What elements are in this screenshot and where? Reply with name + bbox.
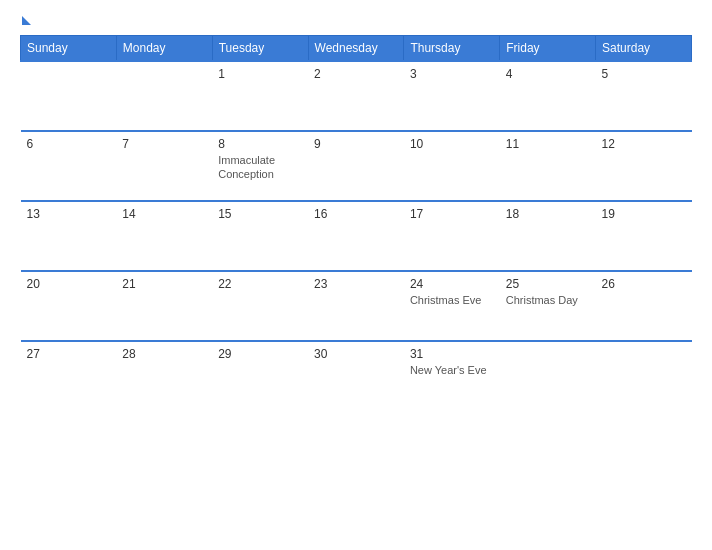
day-number: 2 <box>314 67 398 81</box>
day-number: 9 <box>314 137 398 151</box>
logo <box>20 18 31 25</box>
weekday-header: Thursday <box>404 36 500 62</box>
calendar-cell: 2 <box>308 61 404 131</box>
calendar-cell: 17 <box>404 201 500 271</box>
calendar-cell: 3 <box>404 61 500 131</box>
day-number: 27 <box>27 347 111 361</box>
calendar-cell: 11 <box>500 131 596 201</box>
day-event: New Year's Eve <box>410 363 494 377</box>
day-number: 8 <box>218 137 302 151</box>
logo-triangle-icon <box>22 16 31 25</box>
day-number: 18 <box>506 207 590 221</box>
calendar-cell: 23 <box>308 271 404 341</box>
day-number: 11 <box>506 137 590 151</box>
day-number: 6 <box>27 137 111 151</box>
calendar-cell: 19 <box>596 201 692 271</box>
day-number: 29 <box>218 347 302 361</box>
weekday-header: Tuesday <box>212 36 308 62</box>
weekday-header: Friday <box>500 36 596 62</box>
day-number: 10 <box>410 137 494 151</box>
day-number: 22 <box>218 277 302 291</box>
day-number: 28 <box>122 347 206 361</box>
calendar-week-row: 2021222324Christmas Eve25Christmas Day26 <box>21 271 692 341</box>
day-number: 20 <box>27 277 111 291</box>
day-number: 25 <box>506 277 590 291</box>
day-number: 7 <box>122 137 206 151</box>
calendar-cell: 8Immaculate Conception <box>212 131 308 201</box>
calendar-cell: 18 <box>500 201 596 271</box>
calendar-cell: 16 <box>308 201 404 271</box>
calendar-cell <box>596 341 692 411</box>
calendar-cell: 4 <box>500 61 596 131</box>
calendar-cell: 28 <box>116 341 212 411</box>
day-number: 26 <box>602 277 686 291</box>
day-number: 12 <box>602 137 686 151</box>
day-event: Christmas Eve <box>410 293 494 307</box>
day-number: 24 <box>410 277 494 291</box>
calendar-cell: 13 <box>21 201 117 271</box>
calendar-cell <box>500 341 596 411</box>
weekday-header: Saturday <box>596 36 692 62</box>
calendar-cell: 21 <box>116 271 212 341</box>
day-number: 4 <box>506 67 590 81</box>
calendar-week-row: 678Immaculate Conception9101112 <box>21 131 692 201</box>
day-number: 21 <box>122 277 206 291</box>
day-number: 13 <box>27 207 111 221</box>
calendar-cell: 6 <box>21 131 117 201</box>
calendar-cell <box>21 61 117 131</box>
day-event: Immaculate Conception <box>218 153 302 182</box>
calendar-page: SundayMondayTuesdayWednesdayThursdayFrid… <box>0 0 712 550</box>
calendar-cell: 25Christmas Day <box>500 271 596 341</box>
calendar-cell <box>116 61 212 131</box>
day-number: 17 <box>410 207 494 221</box>
calendar-cell: 14 <box>116 201 212 271</box>
weekday-header: Wednesday <box>308 36 404 62</box>
calendar-cell: 29 <box>212 341 308 411</box>
day-number: 31 <box>410 347 494 361</box>
calendar-cell: 10 <box>404 131 500 201</box>
calendar-header <box>20 18 692 25</box>
calendar-cell: 20 <box>21 271 117 341</box>
calendar-cell: 31New Year's Eve <box>404 341 500 411</box>
calendar-cell: 7 <box>116 131 212 201</box>
day-number: 19 <box>602 207 686 221</box>
day-number: 5 <box>602 67 686 81</box>
day-number: 15 <box>218 207 302 221</box>
day-number: 3 <box>410 67 494 81</box>
calendar-cell: 12 <box>596 131 692 201</box>
calendar-table: SundayMondayTuesdayWednesdayThursdayFrid… <box>20 35 692 411</box>
day-event: Christmas Day <box>506 293 590 307</box>
calendar-cell: 30 <box>308 341 404 411</box>
day-number: 23 <box>314 277 398 291</box>
calendar-cell: 26 <box>596 271 692 341</box>
calendar-cell: 5 <box>596 61 692 131</box>
calendar-cell: 27 <box>21 341 117 411</box>
calendar-cell: 22 <box>212 271 308 341</box>
day-number: 1 <box>218 67 302 81</box>
weekday-header: Sunday <box>21 36 117 62</box>
day-number: 14 <box>122 207 206 221</box>
weekday-header: Monday <box>116 36 212 62</box>
calendar-cell: 24Christmas Eve <box>404 271 500 341</box>
calendar-cell: 9 <box>308 131 404 201</box>
calendar-cell: 15 <box>212 201 308 271</box>
calendar-week-row: 13141516171819 <box>21 201 692 271</box>
day-number: 16 <box>314 207 398 221</box>
calendar-week-row: 2728293031New Year's Eve <box>21 341 692 411</box>
calendar-week-row: 12345 <box>21 61 692 131</box>
day-number: 30 <box>314 347 398 361</box>
calendar-cell: 1 <box>212 61 308 131</box>
calendar-header-row: SundayMondayTuesdayWednesdayThursdayFrid… <box>21 36 692 62</box>
